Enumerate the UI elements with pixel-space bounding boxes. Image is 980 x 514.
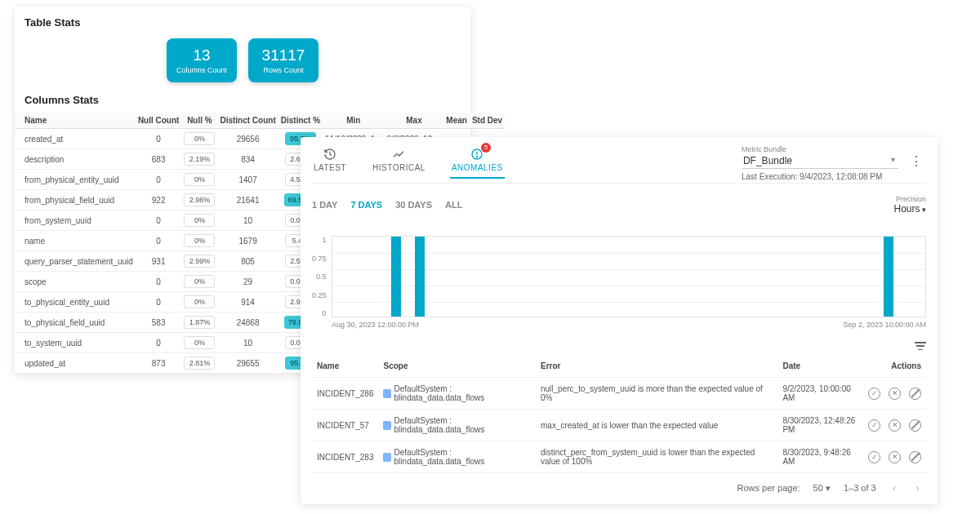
reject-icon[interactable]: ✕ — [889, 419, 901, 432]
columns-count-card: 13 Columns Count — [167, 38, 237, 82]
anomalies-table: NameScopeErrorDateActions INCIDENT_286De… — [312, 355, 926, 473]
trend-icon — [391, 147, 406, 162]
chart-yaxis: 10.750.50.250 — [312, 236, 332, 317]
anom-col-header[interactable]: Name — [312, 355, 378, 378]
tab-historical-label: HISTORICAL — [372, 163, 425, 172]
approve-icon[interactable]: ✓ — [868, 451, 880, 463]
precision-select[interactable]: Precision Hours — [893, 195, 926, 215]
rows-count-value: 31117 — [262, 47, 305, 63]
chart-plot-area — [332, 236, 926, 317]
svg-point-2 — [477, 156, 478, 157]
columns-count-value: 13 — [193, 47, 210, 63]
filter-icon[interactable] — [915, 342, 926, 350]
anom-col-header[interactable]: Actions — [863, 355, 926, 378]
anom-col-header[interactable]: Date — [777, 355, 863, 378]
table-row[interactable]: INCIDENT_286DefaultSystem : blindata_dat… — [312, 378, 926, 410]
approve-icon[interactable]: ✓ — [868, 388, 880, 400]
next-page-icon[interactable]: › — [912, 481, 923, 494]
col-header[interactable]: Min — [323, 113, 385, 129]
reject-icon[interactable]: ✕ — [889, 451, 901, 463]
chart-bar — [415, 237, 425, 317]
range-30days[interactable]: 30 DAYS — [395, 200, 432, 210]
range-7days[interactable]: 7 DAYS — [350, 200, 382, 210]
database-icon — [383, 389, 390, 398]
columns-count-label: Columns Count — [176, 66, 227, 74]
mute-icon[interactable] — [909, 419, 921, 432]
page-range: 1–3 of 3 — [844, 483, 876, 493]
history-icon — [323, 147, 337, 162]
range-all[interactable]: ALL — [445, 200, 462, 210]
xaxis-start: Aug 30, 2023 12:00:00 PM — [332, 321, 419, 329]
xaxis-end: Sep 2, 2023 10:00:00 AM — [843, 321, 926, 329]
range-1day[interactable]: 1 DAY — [312, 200, 337, 210]
tabs-row: LATEST HISTORICAL 5 ANOMALIES Metric Bun… — [312, 145, 926, 184]
pager: Rows per page: 50 ▾ 1–3 of 3 ‹ › — [312, 473, 926, 496]
approve-icon[interactable]: ✓ — [868, 419, 880, 432]
database-icon — [383, 421, 390, 430]
range-selector: 1 DAY 7 DAYS 30 DAYS ALL Precision Hours — [312, 184, 926, 215]
alert-icon: 5 — [470, 147, 484, 162]
table-stats-title: Table Stats — [15, 13, 470, 35]
table-row[interactable]: INCIDENT_57DefaultSystem : blindata_data… — [312, 410, 926, 441]
more-menu-icon[interactable]: ⋮ — [906, 153, 926, 169]
tab-latest[interactable]: LATEST — [312, 145, 348, 177]
table-row[interactable]: INCIDENT_283DefaultSystem : blindata_dat… — [312, 441, 926, 473]
rows-per-page-select[interactable]: 50 ▾ — [813, 483, 831, 494]
metric-bundle-select[interactable]: DF_Bundle — [742, 153, 898, 169]
col-header[interactable]: Distinct % — [278, 113, 323, 129]
col-header[interactable]: Null Count — [136, 113, 182, 129]
tab-latest-label: LATEST — [314, 163, 346, 172]
chart-bar — [391, 237, 401, 317]
col-header[interactable]: Name — [15, 113, 136, 129]
last-execution: Last Execution: 9/4/2023, 12:08:08 PM — [742, 172, 882, 181]
anomalies-badge: 5 — [481, 143, 491, 153]
chart-xaxis: Aug 30, 2023 12:00:00 PM Sep 2, 2023 10:… — [332, 321, 926, 329]
mute-icon[interactable] — [909, 388, 921, 400]
reject-icon[interactable]: ✕ — [889, 388, 901, 400]
database-icon — [383, 453, 390, 462]
anom-col-header[interactable]: Error — [536, 355, 777, 378]
columns-stats-title: Columns Stats — [15, 91, 470, 113]
precision-value: Hours — [893, 203, 926, 215]
anomalies-chart: 10.750.50.250 — [312, 236, 926, 317]
metric-bundle-label: Metric Bundle — [742, 145, 786, 153]
stat-cards: 13 Columns Count 31117 Rows Count — [15, 35, 470, 91]
rows-count-card: 31117 Rows Count — [248, 38, 318, 82]
col-header[interactable]: Distinct Count — [217, 113, 278, 129]
col-header[interactable]: Max — [385, 113, 444, 129]
mute-icon[interactable] — [909, 451, 921, 463]
tab-historical[interactable]: HISTORICAL — [371, 145, 427, 177]
rows-per-page-label: Rows per page: — [737, 483, 800, 493]
col-header[interactable]: Null % — [181, 113, 217, 129]
col-header[interactable]: Mean — [443, 113, 470, 129]
tab-anomalies-label: ANOMALIES — [452, 163, 503, 172]
chart-bar — [884, 237, 893, 317]
prev-page-icon[interactable]: ‹ — [889, 481, 900, 494]
precision-label: Precision — [893, 195, 926, 203]
tab-anomalies[interactable]: 5 ANOMALIES — [450, 145, 505, 179]
anomalies-card: LATEST HISTORICAL 5 ANOMALIES Metric Bun… — [301, 137, 938, 504]
anom-col-header[interactable]: Scope — [378, 355, 536, 378]
metric-bundle-area: Metric Bundle DF_Bundle ⋮ Last Execution… — [742, 145, 926, 181]
rows-count-label: Rows Count — [263, 66, 303, 74]
col-header[interactable]: Std Dev — [470, 113, 505, 129]
